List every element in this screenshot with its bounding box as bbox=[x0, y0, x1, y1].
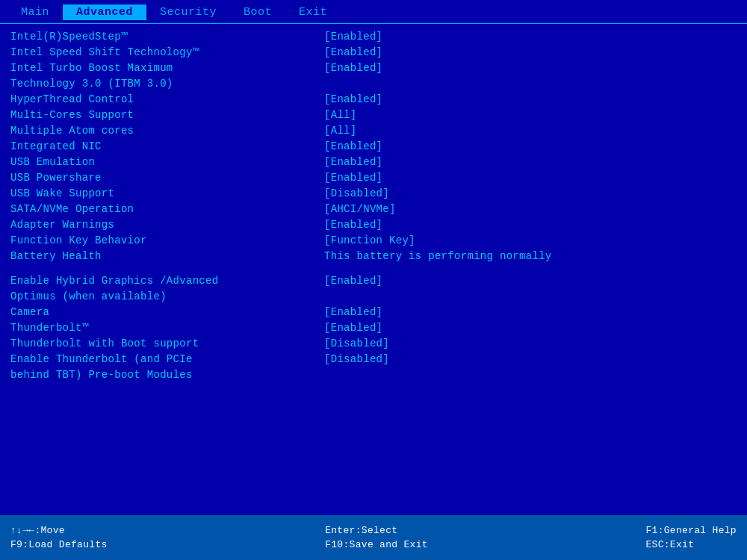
setting-value: [Enabled] bbox=[324, 61, 382, 75]
status-item: F10:Save and Exit bbox=[325, 539, 428, 550]
setting-name: Camera bbox=[10, 305, 324, 320]
setting-value: [Enabled] bbox=[324, 155, 382, 169]
status-col-1: ↑↓→←:MoveF9:Load Defaults bbox=[10, 525, 108, 550]
status-item: F9:Load Defaults bbox=[10, 539, 108, 550]
status-item: ↑↓→←:Move bbox=[10, 525, 108, 536]
bios-screen: Main Advanced Security Boot Exit Intel(R… bbox=[0, 0, 747, 560]
status-col-2: Enter:SelectF10:Save and Exit bbox=[325, 525, 428, 550]
setting-value: [All] bbox=[324, 108, 357, 122]
setting-name: Intel Speed Shift Technology™ bbox=[10, 46, 324, 60]
table-row: Integrated NIC[Enabled] bbox=[10, 140, 737, 155]
table-row: Intel Turbo Boost Maximum[Enabled] bbox=[10, 61, 737, 76]
setting-name: Thunderbolt™ bbox=[10, 321, 324, 335]
setting-value: [Enabled] bbox=[324, 218, 382, 232]
table-row: Adapter Warnings[Enabled] bbox=[10, 218, 737, 233]
setting-value: This battery is performing normally bbox=[324, 249, 552, 264]
nav-item-main[interactable]: Main bbox=[7, 4, 63, 20]
setting-name: Technology 3.0 (ITBM 3.0) bbox=[10, 77, 324, 91]
table-row: Multiple Atom cores[All] bbox=[10, 124, 737, 139]
table-row: behind TBT) Pre-boot Modules bbox=[10, 368, 737, 383]
setting-value: [Enabled] bbox=[324, 140, 382, 154]
setting-name: Multi-Cores Support bbox=[10, 108, 324, 122]
setting-value: [AHCI/NVMe] bbox=[324, 202, 396, 217]
table-row: Technology 3.0 (ITBM 3.0) bbox=[10, 77, 737, 92]
status-item: F1:General Help bbox=[645, 525, 737, 536]
table-row: HyperThread Control[Enabled] bbox=[10, 93, 737, 108]
setting-name: SATA/NVMe Operation bbox=[10, 202, 324, 217]
setting-name: Integrated NIC bbox=[10, 140, 324, 154]
setting-name: Function Key Behavior bbox=[10, 234, 324, 248]
setting-name: Battery Health bbox=[10, 249, 324, 264]
table-row: Intel(R)SpeedStep™[Enabled] bbox=[10, 30, 737, 45]
status-bar: ↑↓→←:MoveF9:Load Defaults Enter:SelectF1… bbox=[0, 515, 747, 560]
nav-item-exit[interactable]: Exit bbox=[285, 4, 341, 20]
setting-name: HyperThread Control bbox=[10, 93, 324, 107]
setting-value: [Function Key] bbox=[324, 234, 415, 248]
setting-value: [Enabled] bbox=[324, 93, 382, 107]
table-row: USB Wake Support[Disabled] bbox=[10, 187, 737, 202]
setting-value: [Disabled] bbox=[324, 187, 389, 201]
table-row: Intel Speed Shift Technology™[Enabled] bbox=[10, 46, 737, 60]
setting-name: Enable Thunderbolt (and PCIe bbox=[10, 352, 324, 367]
setting-value: [Enabled] bbox=[324, 274, 382, 288]
nav-item-advanced[interactable]: Advanced bbox=[63, 4, 146, 20]
setting-name: behind TBT) Pre-boot Modules bbox=[10, 368, 324, 382]
setting-name: Enable Hybrid Graphics /Advanced bbox=[10, 274, 324, 288]
setting-name: Multiple Atom cores bbox=[10, 124, 324, 138]
setting-value: [Enabled] bbox=[324, 305, 382, 320]
table-row: Thunderbolt™[Enabled] bbox=[10, 321, 737, 336]
setting-value: [Enabled] bbox=[324, 171, 382, 185]
content-area: Intel(R)SpeedStep™[Enabled]Intel Speed S… bbox=[0, 24, 747, 515]
table-row: Optimus (when available) bbox=[10, 290, 737, 305]
table-row: USB Emulation[Enabled] bbox=[10, 155, 737, 170]
table-row: Thunderbolt with Boot support[Disabled] bbox=[10, 337, 737, 352]
setting-value: [Enabled] bbox=[324, 321, 382, 335]
setting-value: [All] bbox=[324, 124, 357, 138]
settings-table: Intel(R)SpeedStep™[Enabled]Intel Speed S… bbox=[0, 30, 747, 515]
status-item: Enter:Select bbox=[325, 525, 428, 536]
table-row: Function Key Behavior[Function Key] bbox=[10, 234, 737, 249]
table-row: SATA/NVMe Operation[AHCI/NVMe] bbox=[10, 202, 737, 217]
setting-name: Intel(R)SpeedStep™ bbox=[10, 30, 324, 44]
table-row: Battery HealthThis battery is performing… bbox=[10, 249, 737, 264]
setting-value: [Disabled] bbox=[324, 337, 389, 351]
setting-name: Thunderbolt with Boot support bbox=[10, 337, 324, 351]
setting-name: Adapter Warnings bbox=[10, 218, 324, 232]
nav-item-boot[interactable]: Boot bbox=[230, 4, 285, 20]
setting-name: USB Wake Support bbox=[10, 187, 324, 201]
table-row: Enable Hybrid Graphics /Advanced[Enabled… bbox=[10, 274, 737, 289]
table-row: Enable Thunderbolt (and PCIe[Disabled] bbox=[10, 352, 737, 367]
setting-name: USB Emulation bbox=[10, 155, 324, 169]
setting-name: USB Powershare bbox=[10, 171, 324, 185]
setting-name: Optimus (when available) bbox=[10, 290, 324, 304]
setting-value: [Enabled] bbox=[324, 30, 382, 44]
table-row: Camera[Enabled] bbox=[10, 305, 737, 320]
status-col-3: F1:General HelpESC:Exit bbox=[645, 525, 737, 550]
setting-name: Intel Turbo Boost Maximum bbox=[10, 61, 324, 75]
table-row: USB Powershare[Enabled] bbox=[10, 171, 737, 186]
status-item: ESC:Exit bbox=[645, 539, 737, 550]
nav-item-security[interactable]: Security bbox=[146, 4, 230, 20]
setting-value: [Disabled] bbox=[324, 352, 389, 367]
header-bar: Main Advanced Security Boot Exit bbox=[0, 0, 747, 24]
setting-value: [Enabled] bbox=[324, 46, 382, 60]
table-row: Multi-Cores Support[All] bbox=[10, 108, 737, 123]
nav-menu: Main Advanced Security Boot Exit bbox=[7, 4, 341, 20]
